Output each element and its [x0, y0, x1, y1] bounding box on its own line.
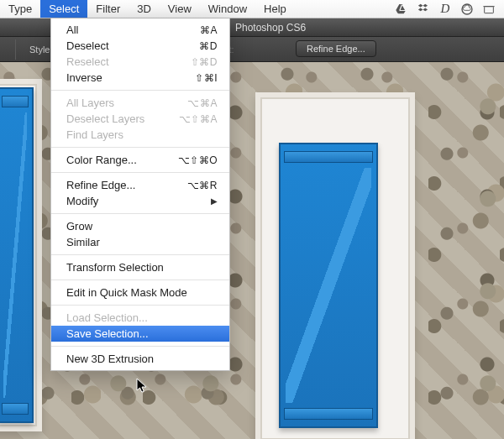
menuitem-shortcut: ⌥⇧⌘A: [179, 113, 218, 125]
menuitem-label: Modify: [66, 195, 98, 207]
menuitem-shortcut: ⌘A: [200, 24, 218, 36]
google-drive-icon[interactable]: [395, 3, 408, 16]
menuitem-color-range[interactable]: Color Range...⌥⇧⌘O: [51, 152, 229, 168]
menuitem-shortcut: ⌥⇧⌘O: [178, 154, 218, 166]
menuitem-reselect: Reselect⇧⌘D: [51, 54, 229, 70]
menuitem-transform-selection[interactable]: Transform Selection: [51, 259, 229, 275]
dropbox-icon[interactable]: [417, 3, 430, 16]
menu-help[interactable]: Help: [255, 0, 295, 18]
menuitem-label: All Layers: [66, 97, 114, 109]
menuitem-label: Reselect: [66, 55, 109, 68]
menu-view[interactable]: View: [160, 0, 200, 18]
options-divider: [15, 39, 16, 60]
menu-3d[interactable]: 3D: [129, 0, 160, 18]
menuitem-label: Grow: [66, 220, 92, 233]
menuitem-new-3d-extrusion[interactable]: New 3D Extrusion: [51, 351, 229, 367]
menuitem-grow[interactable]: Grow: [51, 218, 229, 234]
menuitem-similar[interactable]: Similar: [51, 234, 229, 250]
menuitem-label: Edit in Quick Mask Mode: [66, 286, 187, 299]
refine-edge-button[interactable]: Refine Edge...: [296, 40, 376, 57]
menuitem-label: Similar: [66, 236, 100, 248]
menuitem-label: New 3D Extrusion: [66, 353, 154, 365]
menuitem-label: Refine Edge...: [66, 179, 135, 191]
menuitem-shortcut: ⌥⌘A: [187, 97, 218, 109]
menuitem-all[interactable]: All⌘A: [51, 22, 229, 38]
menuitem-all-layers: All Layers⌥⌘A: [51, 95, 229, 111]
app-name-label: Photoshop CS6: [235, 22, 306, 34]
menuitem-label: Deselect: [66, 39, 109, 52]
blue-shutter-right: [279, 143, 378, 428]
menuitem-save-selection[interactable]: Save Selection...: [51, 326, 229, 342]
menuitem-label: Find Layers: [66, 128, 123, 141]
letter-d-icon[interactable]: D: [438, 3, 452, 16]
menu-bar-tray: D: [395, 3, 504, 16]
menuitem-label: Inverse: [66, 71, 102, 84]
menu-items: TypeSelectFilter3DViewWindowHelp: [0, 0, 295, 18]
menuitem-shortcut: ⇧⌘I: [195, 72, 218, 84]
menuitem-refine-edge[interactable]: Refine Edge...⌥⌘R: [51, 177, 229, 193]
select-menu-dropdown: All⌘ADeselect⌘DReselect⇧⌘DInverse⇧⌘IAll …: [50, 18, 230, 371]
unknown-tray-icon[interactable]: [482, 3, 496, 16]
creative-cloud-icon[interactable]: [460, 3, 474, 16]
menuitem-load-selection: Load Selection...: [51, 310, 229, 326]
svg-rect-1: [485, 6, 494, 13]
menu-select[interactable]: Select: [40, 0, 87, 18]
submenu-arrow-icon: ▶: [211, 196, 218, 206]
menuitem-label: Transform Selection: [66, 261, 164, 274]
menuitem-label: Save Selection...: [66, 327, 149, 340]
menuitem-inverse[interactable]: Inverse⇧⌘I: [51, 70, 229, 86]
menuitem-modify[interactable]: Modify▶: [51, 193, 229, 209]
blue-shutter-left: [0, 87, 34, 423]
menuitem-deselect[interactable]: Deselect⌘D: [51, 38, 229, 54]
menuitem-find-layers: Find Layers: [51, 127, 229, 143]
menuitem-shortcut: ⌘D: [199, 40, 218, 52]
menu-filter[interactable]: Filter: [87, 0, 129, 18]
menu-window[interactable]: Window: [200, 0, 255, 18]
menuitem-label: Color Range...: [66, 154, 137, 166]
menuitem-label: Load Selection...: [66, 311, 148, 324]
menuitem-label: Deselect Layers: [66, 112, 144, 125]
menuitem-label: All: [66, 24, 78, 36]
mac-menu-bar: TypeSelectFilter3DViewWindowHelp D: [0, 0, 504, 18]
menuitem-edit-in-quick-mask-mode[interactable]: Edit in Quick Mask Mode: [51, 285, 229, 301]
menu-type[interactable]: Type: [0, 0, 40, 18]
menuitem-shortcut: ⇧⌘D: [191, 56, 218, 68]
menuitem-shortcut: ⌥⌘R: [187, 180, 218, 191]
menuitem-deselect-layers: Deselect Layers⌥⇧⌘A: [51, 111, 229, 127]
